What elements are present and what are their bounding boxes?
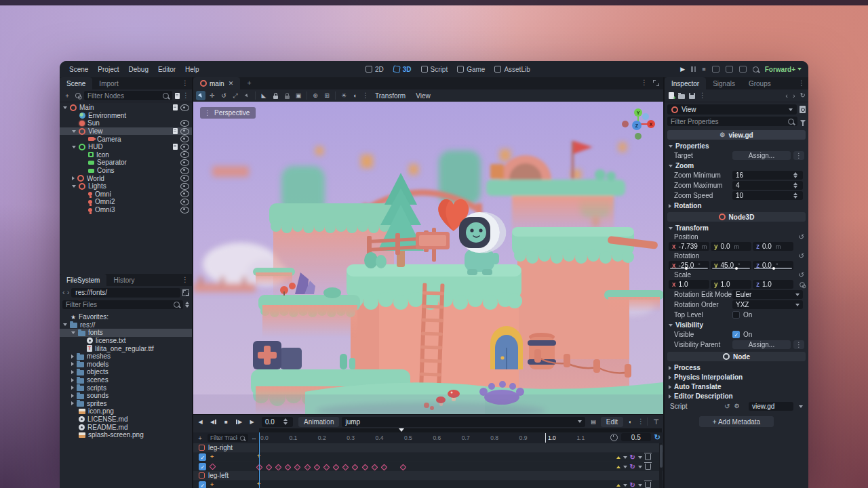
scene-node-main[interactable]: Main [60, 104, 192, 112]
section-properties[interactable]: Properties [665, 142, 808, 150]
subtrack-leg-left-0[interactable]: ++↻ [193, 480, 663, 488]
spinner[interactable] [793, 192, 800, 199]
fs-item-scenes[interactable]: scenes [60, 376, 192, 384]
node-category-bar[interactable]: Node [667, 352, 806, 361]
menu-debug[interactable]: Debug [125, 64, 151, 75]
script-badge-icon[interactable] [173, 144, 178, 150]
script-category-bar[interactable]: ⚙ view.gd [667, 130, 806, 140]
section-process[interactable]: Process [665, 363, 808, 372]
update-mode-icon[interactable] [616, 466, 620, 468]
node-selector[interactable]: View [667, 104, 797, 115]
revert-icon[interactable]: ↺ [799, 272, 804, 279]
scene-tree-menu-icon[interactable]: ⋮ [182, 92, 189, 99]
visibility-eye-icon[interactable] [180, 151, 189, 158]
track-enabled-checkbox[interactable] [199, 481, 206, 488]
section-editor-description[interactable]: Editor Description [665, 392, 808, 401]
scene-node-omni3[interactable]: Omni3 [60, 206, 192, 214]
fs-item-models[interactable]: models [60, 361, 192, 369]
go-to-start-icon[interactable]: ◀ [195, 417, 206, 427]
add-track-button[interactable]: ＋ [195, 433, 205, 443]
nav-back-icon[interactable]: ‹ [62, 289, 65, 296]
visibility-parent-options-icon[interactable]: ⋮ [793, 340, 804, 349]
fs-item-lilita-one-regular-ttf[interactable]: lilita_one_regular.ttf [60, 344, 192, 352]
delete-track-icon[interactable] [645, 482, 651, 488]
visibility-eye-icon[interactable] [180, 128, 189, 135]
step-back-icon[interactable]: ◀ [208, 417, 219, 427]
menu-project[interactable]: Project [94, 64, 122, 75]
menu-help[interactable]: Help [182, 64, 203, 75]
tracks-scrollbar[interactable] [659, 443, 663, 488]
nav-forward-icon[interactable]: › [67, 289, 70, 296]
fs-item-objects[interactable]: objects [60, 368, 192, 376]
zoom-minimum-field[interactable]: 16 [732, 171, 803, 180]
keyframe[interactable] [266, 464, 273, 470]
snap-clock-icon[interactable] [610, 434, 618, 441]
play-icon[interactable]: ▶ [680, 66, 685, 73]
filesystem-menu-icon[interactable]: ⋮ [182, 277, 189, 283]
fs-item-res-[interactable]: res:// [60, 321, 192, 329]
movie-writer-icon[interactable] [726, 66, 733, 73]
visibility-eye-icon[interactable] [180, 175, 189, 182]
keyframe[interactable] [285, 464, 292, 470]
filter-nodes-input[interactable]: Filter Nodes [84, 91, 172, 100]
fs-item-scripts[interactable]: scripts [60, 384, 192, 392]
time-spinner[interactable] [283, 418, 290, 425]
script-badge-icon[interactable] [173, 128, 178, 134]
link-scale-icon[interactable] [800, 282, 805, 287]
position-x-field[interactable]: x-7.739m [669, 242, 709, 251]
spinner[interactable] [793, 172, 800, 179]
scene-node-separator[interactable]: Separator [60, 159, 192, 167]
instances-icon[interactable] [739, 66, 747, 73]
move-tool-button[interactable]: ✛ [208, 91, 217, 100]
keyframe[interactable] [371, 464, 378, 470]
playhead[interactable] [259, 432, 260, 488]
instance-scene-icon[interactable] [75, 93, 81, 98]
history-icon[interactable]: ↻ [800, 92, 806, 99]
play-animation-icon[interactable]: ▶ [246, 417, 258, 427]
scene-node-camera[interactable]: Camera [60, 135, 192, 143]
lock-icon[interactable] [271, 91, 280, 100]
chevron-down-icon[interactable] [623, 456, 627, 459]
list-select-icon[interactable] [242, 91, 252, 100]
rotation-edit-mode-select[interactable]: Euler [732, 290, 803, 299]
view-menu[interactable]: View [412, 91, 435, 101]
workspace-3d[interactable]: 3D [391, 64, 414, 75]
loop-wrap-icon[interactable]: ↻ [630, 454, 635, 461]
scene-node-world[interactable]: World [60, 174, 192, 182]
animation-menu-button[interactable]: Animation [298, 417, 339, 427]
tab-scene[interactable]: Scene [60, 77, 92, 89]
tab-groups[interactable]: Groups [742, 77, 778, 89]
tab-import[interactable]: Import [92, 77, 125, 89]
time-field[interactable]: 0.0 [262, 417, 293, 427]
track-enabled-checkbox[interactable] [199, 453, 206, 461]
target-assign-button[interactable]: Assign... [732, 151, 791, 160]
scale-tool-button[interactable]: ⤢ [231, 91, 240, 100]
chevron-down-icon[interactable] [638, 456, 642, 459]
section-visibility[interactable]: Visibility [665, 321, 808, 329]
position-y-field[interactable]: y0.0m [711, 242, 751, 251]
visibility-eye-icon[interactable] [180, 136, 189, 142]
viewport-extra-menu-icon[interactable]: ⋮ [362, 92, 369, 99]
new-resource-icon[interactable] [669, 92, 674, 99]
close-icon[interactable]: ✕ [229, 80, 234, 87]
scale-x-field[interactable]: x1.0 [669, 280, 709, 289]
delete-track-icon[interactable] [645, 454, 651, 460]
fs-item-icon-png[interactable]: icon.png [60, 407, 192, 415]
view-axis-gizmo[interactable]: Y X Z [620, 106, 656, 142]
visibility-eye-icon[interactable] [180, 199, 189, 205]
update-mode-icon[interactable] [616, 484, 620, 487]
spinner[interactable] [793, 182, 800, 189]
scene-node-view[interactable]: View [60, 127, 192, 136]
update-mode-icon[interactable] [616, 456, 620, 459]
scene-node-omni2[interactable]: Omni2 [60, 198, 192, 206]
tab-signals[interactable]: Signals [706, 77, 742, 89]
delete-track-icon[interactable] [645, 464, 651, 470]
3d-viewport[interactable]: ⋮ Perspective Y X Z [193, 102, 663, 415]
fs-item-sounds[interactable]: sounds [60, 392, 192, 400]
dock-menu-icon[interactable]: ⋮ [182, 80, 189, 87]
fs-item-license-md[interactable]: LICENSE.md [60, 415, 192, 424]
magnifier-icon[interactable] [753, 66, 759, 73]
fs-item-splash-screen-png[interactable]: splash-screen.png [60, 431, 192, 439]
keyframe[interactable] [361, 464, 368, 470]
loop-wrap-icon[interactable]: ↻ [630, 464, 635, 470]
